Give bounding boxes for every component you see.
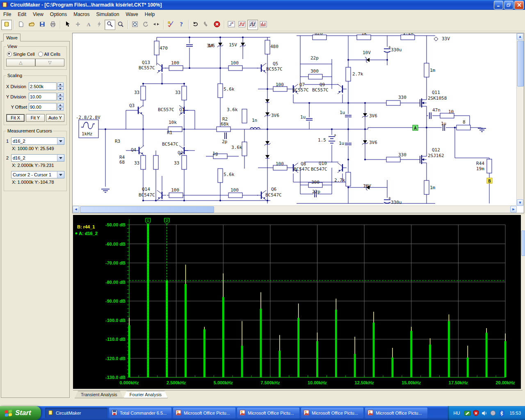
scroll-up-icon[interactable]: ▲	[517, 33, 523, 40]
menu-options[interactable]: Options	[47, 10, 70, 18]
cursor-diff-select[interactable]: Cursor 2 - Cursor 1	[11, 171, 64, 178]
fourier-plot-pane[interactable]: -50.00 dB-60.00 dB-70.00 dB-80.00 dB-90.…	[73, 215, 521, 389]
schematic-pane[interactable]: 4701f3V615V4808201k1.2k33V330u10VQ13BC55…	[72, 33, 524, 213]
save-button[interactable]	[37, 20, 48, 30]
scope-digital-button[interactable]	[258, 20, 269, 30]
app-icon	[1, 2, 9, 8]
y-division-input[interactable]	[29, 93, 57, 100]
auto-y-button[interactable]: Auto Y	[46, 114, 64, 122]
chevron-down-icon[interactable]	[57, 155, 64, 161]
rotate-button[interactable]	[140, 20, 151, 30]
x-division-input[interactable]	[29, 82, 57, 90]
security-icon[interactable]	[472, 410, 479, 417]
cell-up-button[interactable]: △	[6, 59, 35, 66]
taskbar-button-1[interactable]: CircuitMaker	[45, 408, 107, 418]
scope-step-button[interactable]	[226, 20, 237, 30]
power-button[interactable]	[94, 20, 105, 30]
chevron-down-icon[interactable]	[57, 138, 64, 144]
taskbar-button-6[interactable]: Microsoft Office Pictu...	[365, 408, 427, 418]
svg-text:1u: 1u	[339, 141, 344, 146]
minimize-button[interactable]	[494, 1, 503, 9]
legend-b-label[interactable]: B: r44_1	[77, 224, 95, 229]
x-division-stepper[interactable]	[57, 82, 64, 90]
hscroll-thumb[interactable]	[80, 206, 214, 213]
taskbar-button-2[interactable]: Total Commander 6.5...	[109, 408, 171, 418]
menu-file[interactable]: File	[0, 10, 14, 18]
help-button[interactable]: ?	[176, 20, 187, 30]
misc-icon[interactable]	[490, 410, 497, 417]
menu-simulation[interactable]: Simulation	[93, 10, 123, 18]
menu-macros[interactable]: Macros	[70, 10, 93, 18]
menu-help[interactable]: Help	[142, 10, 158, 18]
probe-button[interactable]	[105, 20, 115, 30]
bluetooth-icon[interactable]	[498, 410, 505, 417]
volume-icon[interactable]	[481, 410, 488, 417]
legend-a-label[interactable]: A: d16_2	[79, 231, 98, 236]
taskbar-button-4[interactable]: Microsoft Office Pictu...	[237, 408, 299, 418]
print-button[interactable]	[48, 20, 58, 30]
restore-button[interactable]	[504, 1, 514, 9]
x-tick-label: 15.00kHz	[402, 380, 421, 385]
svg-text:1g: 1g	[212, 151, 218, 156]
language-indicator[interactable]: HU	[454, 411, 460, 415]
y-offset-stepper[interactable]	[57, 103, 64, 111]
add-button[interactable]	[73, 20, 83, 30]
taskbar-button-3[interactable]: Microsoft Office Pictu...	[173, 408, 235, 418]
undo-button[interactable]	[190, 20, 201, 30]
svg-text:A: A	[87, 21, 91, 27]
undo-icon	[192, 21, 199, 29]
tab-fourier-analysis[interactable]: Fourier Analysis	[123, 391, 168, 398]
text-button[interactable]: A	[83, 20, 94, 30]
stop-button[interactable]	[212, 20, 222, 30]
schematic-canvas[interactable]: 4701f3V615V4808201k1.2k33V330u10VQ13BC55…	[73, 33, 517, 206]
components-button[interactable]	[1, 20, 12, 30]
tools-button[interactable]	[201, 20, 212, 30]
toolbar-separator	[224, 20, 224, 29]
all-cells-radio[interactable]	[38, 52, 43, 57]
svg-text:5.6k: 5.6k	[224, 87, 235, 92]
schematic-vscrollbar[interactable]: ▲ ▼	[516, 33, 524, 206]
cursor2-signal-value: d16_2	[13, 155, 25, 160]
plot-vscrollbar[interactable]	[521, 215, 525, 389]
scope-pulse-button[interactable]	[247, 20, 258, 30]
scroll-right-icon[interactable]: ►	[510, 206, 517, 212]
check-button[interactable]	[165, 20, 176, 30]
taskbar-button-5[interactable]: Microsoft Office Pictu...	[301, 408, 363, 418]
open-button[interactable]	[26, 20, 37, 30]
tab-transient-analysis[interactable]: Transient Analysis	[75, 391, 123, 398]
all-cells-label: All Cells	[44, 52, 61, 57]
start-button[interactable]: Start	[0, 406, 41, 420]
single-cell-radio[interactable]	[7, 52, 12, 57]
svg-text:2p: 2p	[222, 139, 227, 144]
select-button[interactable]	[62, 20, 73, 30]
close-button[interactable]	[514, 1, 524, 9]
svg-text:5.6k: 5.6k	[224, 172, 235, 177]
svg-text:1u: 1u	[441, 121, 446, 126]
plot-vscroll-thumb[interactable]	[521, 231, 525, 256]
menu-edit[interactable]: Edit	[14, 10, 30, 18]
vscroll-thumb[interactable]	[517, 41, 524, 87]
tab-wave[interactable]: Wave	[3, 34, 21, 41]
zoom-page-button[interactable]	[130, 20, 140, 30]
tablet-icon[interactable]	[464, 410, 471, 417]
zoom-button[interactable]	[115, 20, 126, 30]
menu-wave[interactable]: Wave	[123, 10, 142, 18]
fit-x-button[interactable]: Fit X	[6, 114, 25, 122]
cursor2-signal-select[interactable]: d16_2	[11, 154, 64, 162]
scroll-down-icon[interactable]: ▼	[517, 199, 523, 206]
new-button[interactable]	[16, 20, 26, 30]
fit-y-button[interactable]: Fit Y	[26, 114, 44, 122]
y-offset-input[interactable]	[29, 103, 57, 111]
fit-button[interactable]	[151, 20, 162, 30]
fourier-plot[interactable]: -50.00 dB-60.00 dB-70.00 dB-80.00 dB-90.…	[73, 215, 521, 389]
y-division-stepper[interactable]	[57, 93, 64, 100]
wave-panel: Wave View Single Cell All Cells △ ▽ Scal…	[1, 34, 70, 399]
cursor1-signal-select[interactable]: d16_2	[11, 137, 64, 145]
scope-wave-button[interactable]	[237, 20, 247, 30]
svg-text:1k: 1k	[361, 33, 367, 36]
scroll-left-icon[interactable]: ◄	[73, 206, 79, 212]
menu-view[interactable]: View	[30, 10, 47, 18]
chevron-down-icon[interactable]	[57, 171, 64, 178]
schematic-hscrollbar[interactable]: ◄ ►	[73, 205, 517, 213]
cell-down-button[interactable]: ▽	[35, 59, 64, 66]
